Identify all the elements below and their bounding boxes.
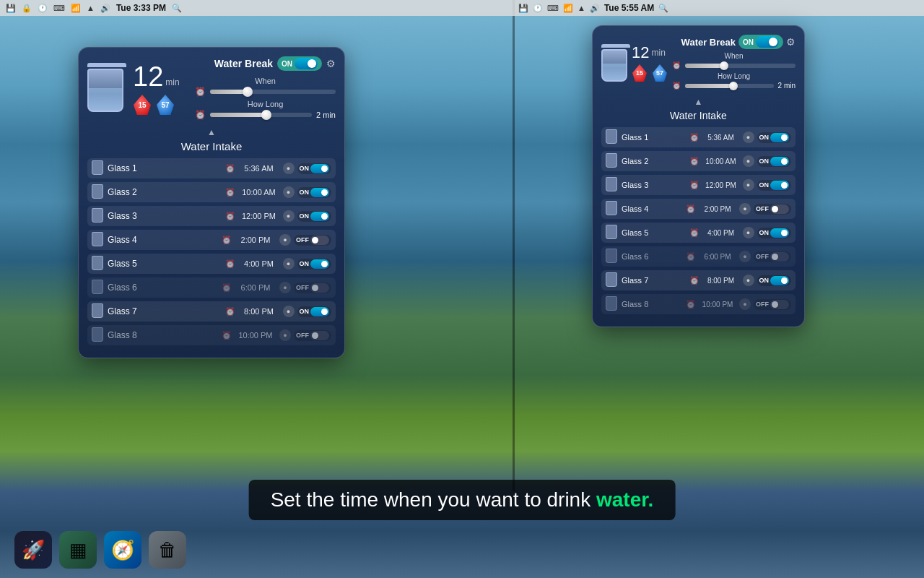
main-toggle-right[interactable]: ON — [738, 35, 783, 49]
glass-toggle-5[interactable]: ON — [297, 259, 332, 269]
glass-toggle-4[interactable]: OFF — [294, 235, 331, 246]
clock-icon-6: ⏰ — [222, 283, 232, 293]
glass-toggle-7[interactable]: ON — [297, 306, 332, 317]
gear-icon-left[interactable]: ⚙ — [326, 58, 336, 69]
glass-row-6[interactable]: Glass 6⏰6:00 PM●OFF — [601, 246, 796, 267]
glass-row-4[interactable]: Glass 4⏰2:00 PM●OFF — [87, 230, 336, 250]
glass-toggle-track-2[interactable] — [310, 188, 329, 197]
glass-row-6[interactable]: Glass 6⏰6:00 PM●OFF — [87, 277, 336, 298]
toggle-track-left[interactable] — [295, 58, 318, 69]
when-track-r[interactable] — [685, 64, 796, 68]
glass-toggle-5[interactable]: ON — [757, 228, 792, 238]
glass-row-4[interactable]: Glass 4⏰2:00 PM●OFF — [601, 199, 796, 219]
edit-btn-1[interactable]: ● — [743, 131, 754, 143]
glass-toggle-8[interactable]: OFF — [294, 330, 331, 341]
glass-row-5[interactable]: Glass 5⏰4:00 PM●ON — [601, 223, 796, 243]
glass-toggle-track-7[interactable] — [770, 276, 789, 285]
edit-btn-6[interactable]: ● — [739, 251, 751, 262]
glass-toggle-track-1[interactable] — [770, 133, 789, 142]
water-cup-right — [601, 44, 627, 84]
when-slider-thumb[interactable] — [243, 87, 253, 97]
glass-toggle-2[interactable]: ON — [757, 156, 792, 167]
glass-row-8[interactable]: Glass 8⏰10:00 PM●OFF — [87, 325, 336, 345]
dock-trash[interactable]: 🗑 — [149, 531, 186, 569]
glass-toggle-6[interactable]: OFF — [754, 251, 791, 262]
edit-btn-4[interactable]: ● — [739, 203, 751, 215]
dock-safari[interactable]: 🧭 — [104, 531, 141, 569]
gear-icon-right[interactable]: ⚙ — [786, 36, 796, 48]
intake-title-right: Water Intake — [601, 110, 796, 121]
glass-toggle-track-7[interactable] — [310, 307, 329, 316]
dock-rocket[interactable]: 🚀 — [14, 531, 52, 569]
when-slider-track[interactable] — [210, 90, 336, 94]
glass-row-3[interactable]: Glass 3⏰12:00 PM●ON — [87, 206, 336, 226]
glass-toggle-track-1[interactable] — [310, 164, 329, 173]
glass-toggle-3[interactable]: ON — [757, 180, 792, 191]
main-toggle-left[interactable]: ON — [277, 56, 322, 71]
glass-toggle-track-2[interactable] — [770, 157, 789, 166]
edit-btn-2[interactable]: ● — [283, 186, 295, 198]
edit-btn-3[interactable]: ● — [283, 210, 295, 222]
glass-toggle-track-5[interactable] — [310, 259, 329, 269]
wifi-icon-r: 📶 — [563, 4, 573, 13]
glass-icon-8 — [606, 296, 619, 312]
when-thumb-r[interactable] — [720, 61, 728, 70]
clock-icon-8: ⏰ — [686, 300, 696, 309]
glass-name-1: Glass 1 — [622, 133, 687, 142]
how-long-thumb-r[interactable] — [729, 82, 738, 90]
search-icon-right[interactable]: 🔍 — [658, 4, 668, 13]
glass-toggle-track-6[interactable] — [770, 252, 789, 262]
glass-row-2[interactable]: Glass 2⏰10:00 AM●ON — [601, 151, 796, 171]
edit-btn-8[interactable]: ● — [739, 298, 751, 310]
subtitle-highlight: water. — [596, 488, 653, 511]
glass-row-8[interactable]: Glass 8⏰10:00 PM●OFF — [601, 294, 796, 314]
edit-btn-5[interactable]: ● — [743, 227, 754, 238]
edit-btn-1[interactable]: ● — [283, 163, 295, 174]
glass-toggle-label-6: OFF — [756, 253, 769, 260]
edit-btn-6[interactable]: ● — [279, 282, 291, 293]
time-display-left: 12 min — [133, 63, 180, 90]
clock-icon-7: ⏰ — [225, 307, 235, 316]
edit-btn-5[interactable]: ● — [283, 258, 295, 269]
glass-row-7[interactable]: Glass 7⏰8:00 PM●ON — [87, 301, 336, 322]
glass-row-1[interactable]: Glass 1⏰5:36 AM●ON — [87, 158, 336, 178]
glass-toggle-track-8[interactable] — [770, 300, 789, 309]
dock-grid[interactable]: ▦ — [59, 531, 97, 569]
edit-btn-4[interactable]: ● — [279, 234, 291, 246]
glass-toggle-2[interactable]: ON — [297, 187, 332, 198]
glass-toggle-track-8[interactable] — [310, 331, 329, 340]
edit-btn-3[interactable]: ● — [743, 179, 754, 191]
glass-row-3[interactable]: Glass 3⏰12:00 PM●ON — [601, 175, 796, 195]
edit-btn-8[interactable]: ● — [279, 329, 291, 341]
glass-toggle-7[interactable]: ON — [757, 275, 792, 286]
glass-row-1[interactable]: Glass 1⏰5:36 AM●ON — [601, 127, 796, 147]
clock-icon-5: ⏰ — [225, 259, 235, 269]
glass-row-7[interactable]: Glass 7⏰8:00 PM●ON — [601, 270, 796, 290]
edit-btn-7[interactable]: ● — [283, 306, 295, 317]
how-long-slider-track[interactable] — [210, 113, 312, 117]
glass-toggle-6[interactable]: OFF — [294, 282, 331, 293]
edit-btn-2[interactable]: ● — [743, 155, 754, 167]
glass-toggle-track-4[interactable] — [770, 204, 789, 214]
glass-toggle-track-4[interactable] — [310, 236, 329, 245]
edit-btn-7[interactable]: ● — [743, 275, 754, 286]
glass-row-2[interactable]: Glass 2⏰10:00 AM●ON — [87, 182, 336, 202]
glass-toggle-track-3[interactable] — [310, 212, 329, 221]
how-long-thumb[interactable] — [261, 110, 271, 120]
glass-toggle-track-5[interactable] — [770, 228, 789, 238]
how-long-track-r[interactable] — [685, 84, 774, 88]
search-icon-left[interactable]: 🔍 — [172, 4, 182, 13]
collapse-arrow-right[interactable]: ▲ — [601, 97, 796, 107]
collapse-arrow-left[interactable]: ▲ — [87, 127, 336, 137]
glass-row-5[interactable]: Glass 5⏰4:00 PM●ON — [87, 254, 336, 274]
glass-toggle-3[interactable]: ON — [297, 211, 332, 222]
glass-toggle-track-6[interactable] — [310, 283, 329, 293]
glass-toggle-1[interactable]: ON — [297, 163, 332, 174]
glass-toggle-1[interactable]: ON — [757, 132, 792, 143]
clock-icon-6: ⏰ — [686, 252, 696, 262]
glass-toggle-8[interactable]: OFF — [754, 299, 791, 310]
glass-toggle-4[interactable]: OFF — [754, 204, 791, 215]
glass-toggle-track-3[interactable] — [770, 181, 789, 190]
toggle-track-right[interactable] — [756, 36, 779, 48]
intake-title-left: Water Intake — [87, 140, 336, 152]
